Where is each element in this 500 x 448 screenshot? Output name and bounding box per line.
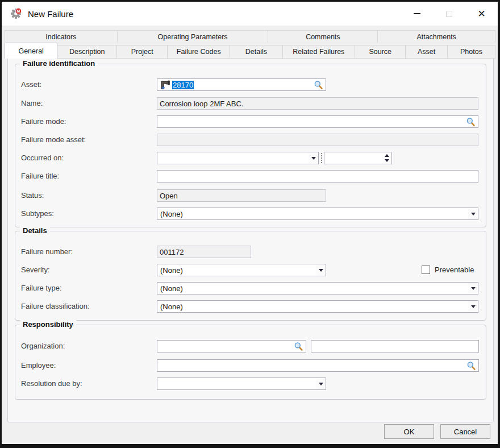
close-button[interactable]: ✕ xyxy=(465,2,498,26)
time-spinner-buttons[interactable] xyxy=(382,152,391,164)
status-row: Status: Open xyxy=(15,189,486,202)
resolution-due-by-label: Resolution due by: xyxy=(21,379,82,388)
name-field: Corrosion loop 2MF ABC. xyxy=(157,97,478,110)
occurred-on-date-value xyxy=(157,152,309,164)
chevron-down-icon xyxy=(311,157,316,160)
failure-type-value: (None) xyxy=(157,283,468,294)
failure-title-label: Failure title: xyxy=(21,172,59,180)
tab-failure-codes[interactable]: Failure Codes xyxy=(167,45,230,59)
tab-operating-parameters[interactable]: Operating Parameters xyxy=(117,30,269,43)
organization-search-icon[interactable] xyxy=(294,342,303,351)
tab-comments[interactable]: Comments xyxy=(268,30,378,43)
asset-row: Asset: 28170 xyxy=(15,78,486,91)
failure-classification-dropdown-button[interactable] xyxy=(468,301,478,312)
chevron-down-icon xyxy=(319,269,323,272)
status-value: Open xyxy=(160,192,178,200)
resolution-due-by-value xyxy=(157,378,316,389)
name-label: Name: xyxy=(21,99,43,107)
tab-row-upper: Indicators Operating Parameters Comments… xyxy=(5,30,495,43)
app-gear-icon: M xyxy=(9,7,23,20)
close-icon: ✕ xyxy=(477,9,485,19)
failure-mode-row: Failure mode: xyxy=(15,115,486,128)
cancel-button[interactable]: Cancel xyxy=(440,424,490,439)
failure-classification-label: Failure classification: xyxy=(21,302,90,310)
svg-text:M: M xyxy=(17,9,20,13)
occurred-on-row: Occurred on: xyxy=(15,152,486,164)
name-row: Name: Corrosion loop 2MF ABC. xyxy=(15,97,486,110)
failure-type-row: Failure type: (None) xyxy=(15,282,486,294)
asset-field[interactable]: 28170 xyxy=(157,78,326,91)
employee-search-icon[interactable] xyxy=(466,361,476,371)
tab-control: Indicators Operating Parameters Comments… xyxy=(5,30,495,59)
group-title-failure-identification: Failure identification xyxy=(20,59,98,68)
tab-details[interactable]: Details xyxy=(230,45,282,59)
asset-type-icon xyxy=(160,80,170,90)
status-label: Status: xyxy=(21,191,44,200)
tab-source[interactable]: Source xyxy=(355,45,406,59)
failure-type-dropdown[interactable]: (None) xyxy=(157,282,478,294)
subtypes-dropdown[interactable]: (None) xyxy=(157,208,478,220)
spin-down-icon[interactable] xyxy=(385,159,389,162)
minimize-button[interactable] xyxy=(401,2,433,26)
organization-field[interactable] xyxy=(157,340,306,352)
chevron-down-icon xyxy=(471,287,476,290)
subtypes-value: (None) xyxy=(157,208,468,219)
severity-dropdown[interactable]: (None) xyxy=(157,264,326,276)
severity-value: (None) xyxy=(157,264,316,276)
failure-classification-dropdown[interactable]: (None) xyxy=(157,300,478,313)
failure-mode-field[interactable] xyxy=(157,115,478,128)
resolution-due-by-dropdown-button[interactable] xyxy=(316,378,326,389)
chevron-down-icon xyxy=(471,305,476,308)
failure-title-field[interactable] xyxy=(157,170,478,182)
tab-row-lower: General Description Project Failure Code… xyxy=(5,43,495,59)
failure-mode-label: Failure mode: xyxy=(21,117,66,126)
tab-asset[interactable]: Asset xyxy=(405,45,448,59)
employee-label: Employee: xyxy=(21,361,56,370)
tab-general[interactable]: General xyxy=(5,43,57,59)
occurred-on-date-dropdown-button[interactable] xyxy=(309,152,318,164)
tab-attachments[interactable]: Attachments xyxy=(377,30,495,43)
tab-project[interactable]: Project xyxy=(116,45,168,59)
preventable-label: Preventable xyxy=(435,266,474,274)
tab-description[interactable]: Description xyxy=(57,45,117,59)
organization-name-field[interactable] xyxy=(311,340,479,352)
failure-mode-asset-field xyxy=(157,134,478,146)
subtypes-label: Subtypes: xyxy=(21,209,54,218)
employee-row: Employee: xyxy=(15,359,486,372)
responsibility-group: Responsibility Organization: xyxy=(15,325,486,400)
tab-related-failures[interactable]: Related Failures xyxy=(282,45,356,59)
name-value: Corrosion loop 2MF ABC. xyxy=(160,99,243,108)
failure-number-value: 001172 xyxy=(160,248,184,256)
general-tab-page: Failure identification Asset: 28170 xyxy=(7,56,494,422)
group-title-details: Details xyxy=(20,226,50,235)
failure-classification-row: Failure classification: (None) xyxy=(15,300,486,313)
employee-field[interactable] xyxy=(157,359,479,372)
severity-dropdown-button[interactable] xyxy=(316,264,326,276)
maximize-icon xyxy=(446,11,452,17)
ok-button[interactable]: OK xyxy=(384,424,434,439)
severity-row: Severity: (None) Preventable xyxy=(15,264,486,276)
failure-mode-asset-label: Failure mode asset: xyxy=(21,135,86,144)
failure-type-dropdown-button[interactable] xyxy=(468,283,478,294)
asset-search-icon[interactable] xyxy=(314,80,323,90)
chevron-down-icon xyxy=(471,213,476,215)
occurred-on-date-dropdown[interactable] xyxy=(157,152,319,164)
asset-value-selected: 28170 xyxy=(172,81,194,89)
failure-number-label: Failure number: xyxy=(21,247,73,256)
failure-mode-search-icon[interactable] xyxy=(466,117,476,127)
chevron-down-icon xyxy=(319,383,323,385)
spin-up-icon[interactable] xyxy=(385,154,389,157)
minimize-icon xyxy=(414,13,420,14)
failure-number-field: 001172 xyxy=(157,246,251,258)
occurred-on-time-spinner[interactable] xyxy=(324,152,392,164)
resolution-due-by-row: Resolution due by: xyxy=(15,378,486,390)
tab-indicators[interactable]: Indicators xyxy=(5,30,118,43)
tab-photos[interactable]: Photos xyxy=(447,45,495,59)
organization-label: Organization: xyxy=(21,342,65,350)
resolution-due-by-dropdown[interactable] xyxy=(157,378,326,390)
subtypes-dropdown-button[interactable] xyxy=(468,208,478,219)
failure-classification-value: (None) xyxy=(157,301,468,312)
maximize-button[interactable] xyxy=(433,2,465,26)
new-failure-dialog: M New Failure ✕ Indicators Operating Par… xyxy=(0,0,500,448)
preventable-checkbox[interactable] xyxy=(422,266,430,274)
